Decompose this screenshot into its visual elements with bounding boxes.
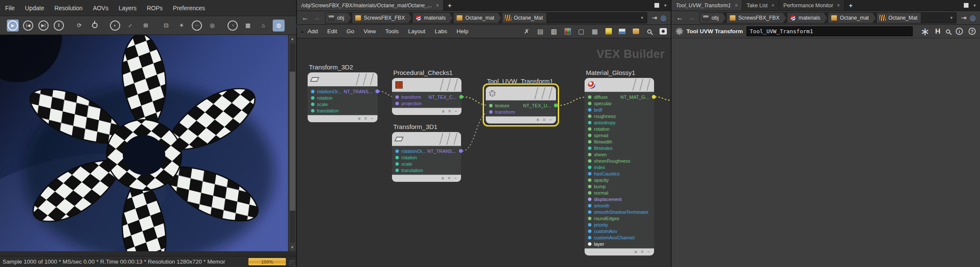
output-connector-dot[interactable] (459, 149, 463, 153)
tab-performance-monitor[interactable]: Performance Monitor× (779, 0, 845, 11)
expand-button[interactable]: ↕ (124, 20, 136, 32)
breadcrumb-item-screwsfbx_fbx[interactable]: ScrewsFBX_FBX (352, 13, 409, 23)
scroll-down-icon[interactable]: ▼ (291, 244, 294, 251)
power-button[interactable] (89, 20, 101, 32)
focus-region-button[interactable]: ⊡ (160, 20, 172, 32)
palette-icon[interactable] (563, 27, 572, 36)
thumbnails-toggle-icon[interactable] (618, 27, 626, 36)
input-connector-dot[interactable] (588, 121, 591, 124)
back-icon[interactable]: ← (300, 14, 311, 22)
network-canvas[interactable]: VEX Builder Transform_3D2rotationOr...NT… (297, 38, 671, 267)
gauge-button[interactable]: ◔ (227, 20, 239, 32)
breadcrumb-item-octane_mat[interactable]: Octane_Mat (502, 13, 546, 23)
close-icon[interactable]: × (436, 3, 439, 9)
pane-square-icon[interactable] (654, 3, 659, 8)
menu-update[interactable]: Update (25, 5, 44, 11)
notes-toggle-icon[interactable] (604, 27, 613, 36)
input-connector-dot[interactable] (489, 110, 493, 114)
input-connector-dot[interactable] (588, 115, 591, 118)
new-tab-button[interactable]: + (845, 0, 857, 11)
node-footer-icon[interactable]: = (448, 176, 450, 181)
collapse-icon[interactable]: ▲ (300, 29, 304, 34)
viewport-scrollbar[interactable]: ▲ ▼ (288, 35, 296, 251)
netmenu-go[interactable]: Go (346, 28, 354, 34)
node-footer-icon[interactable]: − (455, 109, 457, 114)
input-connector-dot[interactable] (311, 90, 314, 93)
radar-icon[interactable]: ◎ (968, 14, 977, 22)
node-material_glossy1[interactable]: Material_Glossy1diffuseNT_MAT_G...specul… (585, 78, 654, 256)
more-options-button[interactable]: ⋯ (191, 20, 203, 32)
output-connector-dot[interactable] (652, 95, 656, 99)
breadcrumb-item-materials[interactable]: materials (787, 13, 824, 23)
stipple-button[interactable]: ◍ (273, 20, 285, 32)
back-icon[interactable]: ← (674, 14, 686, 22)
new-tab-button[interactable]: + (444, 0, 456, 11)
network-tools-icon[interactable]: ✗ (522, 27, 531, 36)
breadcrumb-item-octane_mat[interactable]: Octane_mat (828, 13, 872, 23)
node-type-gear-icon[interactable] (676, 28, 683, 35)
input-connector-dot[interactable] (588, 204, 591, 207)
forward-icon[interactable]: → (311, 14, 323, 22)
pane-menu-icon[interactable]: ▼ (663, 3, 667, 8)
breadcrumb-item-octane_mat[interactable]: Octane_Mat (877, 13, 921, 23)
node-transform_3d1[interactable]: Transform_3D1rotationOr...NT_TRANS...rot… (392, 132, 461, 182)
render-play-button[interactable]: ▶ (7, 20, 19, 32)
input-connector-dot[interactable] (588, 134, 591, 137)
input-connector-dot[interactable] (588, 217, 591, 220)
netmenu-layout[interactable]: Layout (408, 28, 426, 34)
scrollbar-thumb[interactable] (290, 72, 295, 211)
node-footer-icon[interactable]: = (448, 109, 451, 114)
chevron-down-icon[interactable]: ▼ (637, 16, 647, 20)
skip-to-end-button[interactable]: ▶| (37, 20, 49, 32)
network-tree-icon[interactable]: ▤ (536, 27, 545, 36)
tab-take-list[interactable]: Take List× (742, 0, 779, 11)
netmenu-view[interactable]: View (363, 28, 376, 34)
radar-icon[interactable]: ◎ (659, 14, 668, 22)
output-connector-dot[interactable] (375, 89, 379, 93)
pause-button[interactable]: ‖ (53, 20, 65, 32)
input-connector-dot[interactable] (588, 236, 591, 239)
breadcrumb-item-materials[interactable]: materials (413, 13, 449, 23)
node-footer-icon[interactable]: = (364, 117, 367, 121)
node-box[interactable]: transformNT_TEX_C...projection≡=− (392, 78, 461, 115)
menu-resolution[interactable]: Resolution (55, 5, 83, 11)
input-connector-dot[interactable] (588, 178, 591, 182)
input-connector-dot[interactable] (489, 104, 493, 107)
breadcrumb-item-obj[interactable]: obj (700, 13, 722, 23)
input-connector-dot[interactable] (588, 127, 591, 131)
search-icon[interactable] (946, 29, 950, 34)
node-name-input[interactable]: Tool_UVW_Transform1 (747, 26, 913, 36)
box-display-icon[interactable] (631, 27, 640, 36)
target-button[interactable]: ◎ (206, 20, 218, 32)
node-footer-icon[interactable]: ≡ (634, 250, 637, 254)
input-connector-dot[interactable] (395, 95, 399, 99)
node-box[interactable]: rotationOr...NT_TRANS...rotationscaletra… (308, 72, 378, 122)
add-viewport-button[interactable]: ⊞ (140, 20, 152, 32)
resize-grip[interactable] (289, 260, 295, 266)
input-connector-dot[interactable] (311, 96, 314, 100)
search-icon[interactable] (645, 27, 654, 36)
input-connector-dot[interactable] (588, 172, 591, 175)
input-connector-dot[interactable] (588, 223, 591, 227)
input-connector-dot[interactable] (395, 162, 399, 166)
forward-icon[interactable]: → (686, 14, 697, 22)
node-footer-icon[interactable]: − (454, 176, 457, 181)
input-connector-dot[interactable] (395, 169, 399, 172)
netmenu-help[interactable]: Help (457, 28, 469, 34)
node-footer-icon[interactable]: ≡ (441, 176, 444, 181)
node-tool_uvw_transform1[interactable]: Tool_UVW_Transform1textureNT_TEX_U...tra… (486, 86, 556, 123)
breadcrumb-item-obj[interactable]: obj (326, 13, 348, 23)
breadcrumb-item-octane_mat[interactable]: Octane_mat (454, 13, 498, 23)
menu-file[interactable]: File (5, 5, 15, 11)
input-connector-dot[interactable] (588, 159, 591, 163)
input-connector-dot[interactable] (588, 242, 591, 246)
pin-icon[interactable]: ⇥ (650, 14, 659, 22)
netmenu-add[interactable]: Add (308, 28, 318, 34)
tab-network-path[interactable]: /obj/ScrewsFBX_FBX/materials/Octane_mat/… (297, 0, 444, 11)
refresh-button[interactable]: ⟳ (73, 20, 85, 32)
input-connector-dot[interactable] (395, 149, 399, 153)
node-transform_3d2[interactable]: Transform_3D2rotationOr...NT_TRANS...rot… (308, 72, 378, 122)
contrast-button[interactable]: ◐ (109, 20, 121, 32)
input-connector-dot[interactable] (588, 230, 591, 233)
input-connector-dot[interactable] (311, 109, 314, 112)
